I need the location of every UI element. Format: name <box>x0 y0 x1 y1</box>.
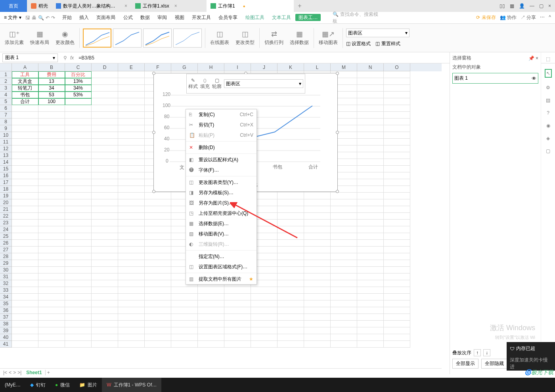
context-menu-item[interactable]: ▦选择数据(E)… <box>186 218 256 229</box>
rail-icon-3[interactable]: ◉ <box>546 123 550 128</box>
change-color-button[interactable]: ◉更改颜色 <box>54 30 76 46</box>
column-headers[interactable]: ABCDEFGHIJKLMNO <box>12 63 442 71</box>
avatar[interactable]: 👤 <box>519 3 525 9</box>
online-chart-button[interactable]: ◫在线图表 <box>209 30 231 46</box>
taskbar-item[interactable]: (MyE… <box>0 378 25 392</box>
more-icon[interactable]: ⋯ <box>540 14 545 21</box>
chart-area-select[interactable]: 图表区▾ <box>346 29 410 37</box>
set-format-button[interactable]: ◫ 设置格式 <box>346 40 371 47</box>
tab-chart-tools[interactable]: 图表工… <box>295 14 321 21</box>
context-menu-item[interactable]: ▥提取文档中所有图片★ <box>186 274 256 284</box>
show-all-button[interactable]: 全部显示 <box>452 359 478 369</box>
close-pane-icon[interactable]: × <box>536 55 538 61</box>
quick-layout-button[interactable]: ▦快速布局 <box>29 30 51 46</box>
context-menu-item[interactable]: ◳上传至稻壳资源中心(Q) <box>186 208 256 218</box>
prev-sheet-icon[interactable]: < <box>9 370 11 375</box>
send-backward-button[interactable]: ↓ <box>483 349 490 356</box>
object-item[interactable]: 图表 1👁 <box>452 73 538 84</box>
select-icon[interactable]: ↖ <box>545 69 552 78</box>
memory-notification[interactable]: 🛡内存已超 深度加速关闭卡慢进 <box>507 342 555 371</box>
context-menu-item[interactable]: ◫设置图表区域格式(F)… <box>186 262 256 272</box>
collapse-ribbon-icon[interactable]: ^ <box>549 14 551 21</box>
context-menu-item[interactable]: ▧移动图表(V)… <box>186 229 256 239</box>
context-menu-item[interactable]: ✂剪切(T)Ctrl+X <box>186 120 256 130</box>
select-all-corner[interactable] <box>0 63 12 71</box>
last-sheet-icon[interactable]: >| <box>17 370 21 375</box>
context-menu-item[interactable]: ◧重设以匹配样式(A) <box>186 155 256 165</box>
menu-button[interactable]: ≡ 文件 ▾ <box>4 14 21 21</box>
close-icon[interactable]: × <box>124 3 127 9</box>
add-sheet-icon[interactable]: + <box>47 370 50 375</box>
minimize-icon[interactable]: — <box>530 3 534 9</box>
context-menu-item[interactable]: ◫更改图表类型(Y)… <box>186 177 256 187</box>
new-tab-button[interactable]: + <box>294 2 306 10</box>
rail-icon-5[interactable]: ▢ <box>546 148 550 154</box>
redo-icon[interactable]: ↷ <box>51 15 55 21</box>
change-type-button[interactable]: ◫更改类型 <box>234 30 256 46</box>
view-switch-icon[interactable]: ▯▯ <box>500 3 505 9</box>
tab-insert[interactable]: 插入 <box>76 15 92 20</box>
fill-button[interactable]: ⬯填充 <box>200 78 210 90</box>
context-menu-item[interactable]: ✕删除(D) <box>186 142 256 153</box>
chart-style-1[interactable] <box>83 29 111 48</box>
bring-forward-button[interactable]: ↑ <box>474 349 481 356</box>
share-button[interactable]: ↗ 分享 <box>521 14 536 21</box>
preview-icon[interactable]: 🔍 <box>38 15 44 21</box>
zoom-icon[interactable]: ⚲ <box>60 55 70 61</box>
eye-icon[interactable]: 👁 <box>532 76 536 81</box>
switch-rowcol-button[interactable]: ⇄切换行列 <box>263 30 285 46</box>
save-icon[interactable]: 🖫 <box>25 15 30 21</box>
select-data-button[interactable]: ▦选择数据 <box>288 30 310 46</box>
tab-text-tools[interactable]: 文本工具 <box>269 15 294 20</box>
close-icon[interactable]: × <box>174 3 177 9</box>
undo-icon[interactable]: ↶ <box>46 15 50 21</box>
settings-icon[interactable]: ⚙ <box>546 85 550 90</box>
style-button[interactable]: ✎样式 <box>188 78 198 90</box>
tab-workbook1[interactable]: 工作簿1 <box>207 0 294 12</box>
help-icon[interactable]: ? <box>547 110 549 116</box>
coop-button[interactable]: 👥 协作 <box>500 14 517 21</box>
tab-review[interactable]: 审阅 <box>154 15 170 20</box>
next-sheet-icon[interactable]: > <box>13 370 16 375</box>
tab-member[interactable]: 会员专享 <box>215 15 241 20</box>
close-window-icon[interactable]: × <box>548 3 551 9</box>
tab-docer[interactable]: 稻壳 <box>27 0 52 12</box>
maximize-icon[interactable]: ▢ <box>539 3 544 9</box>
tab-formula[interactable]: 公式 <box>120 15 136 20</box>
hide-all-button[interactable]: 全部隐藏 <box>481 359 507 369</box>
chart-style-2[interactable] <box>113 29 142 48</box>
tab-doc-math[interactable]: 数学是人类对…象结构与模式× <box>52 0 131 12</box>
outline-button[interactable]: ▢轮廓 <box>212 78 222 90</box>
pin-icon[interactable]: 📌 <box>528 55 534 61</box>
sheet-tab[interactable]: Sheet1 <box>23 370 45 375</box>
tab-data[interactable]: 数据 <box>137 15 153 20</box>
taskbar-wps[interactable]: W工作簿1 - WPS Of… <box>102 378 161 392</box>
tab-dev[interactable]: 开发工具 <box>189 15 214 20</box>
tab-view[interactable]: 视图 <box>172 15 188 20</box>
context-menu-item[interactable]: ◨另存为模板(S)… <box>186 187 256 198</box>
chart-style-4[interactable] <box>173 29 202 48</box>
tab-workbook1-xlsx[interactable]: 工作簿1.xlsx× <box>131 0 207 12</box>
rail-icon-4[interactable]: ◈ <box>546 136 550 141</box>
tab-start[interactable]: 开始 <box>59 15 75 20</box>
context-menu-item[interactable]: 🅣字体(F)… <box>186 165 256 175</box>
move-chart-button[interactable]: ▦↗移动图表 <box>317 30 339 46</box>
rail-icon-2[interactable]: ▤ <box>546 98 550 103</box>
chart-style-3[interactable] <box>143 29 172 48</box>
taskbar-pictures[interactable]: 📁图片 <box>75 378 102 392</box>
context-menu-item[interactable]: ⎘复制(C)Ctrl+C <box>186 109 256 120</box>
tab-layout[interactable]: 页面布局 <box>93 15 119 20</box>
taskbar-wechat[interactable]: ●微信 <box>50 378 75 392</box>
name-box[interactable]: 图表 1▾ <box>2 54 58 62</box>
reset-style-button[interactable]: ◫ 重置样式 <box>375 40 400 47</box>
print-icon[interactable]: 🖶 <box>32 15 36 21</box>
chart-style-gallery[interactable] <box>83 29 202 48</box>
tab-draw-tools[interactable]: 绘图工具 <box>242 15 268 20</box>
context-menu-item[interactable]: 🖾另存为图片(S)… <box>186 198 256 208</box>
add-element-button[interactable]: ◫⁺添加元素 <box>3 30 25 46</box>
tab-home[interactable]: 首页 <box>0 0 27 12</box>
row-headers[interactable]: 1234567891011121314151617181920212223242… <box>0 71 12 348</box>
search-input[interactable]: 🔍 查找命令、搜索模板 <box>333 11 380 25</box>
context-menu-item[interactable]: 指定宏(N)… <box>186 251 256 262</box>
first-sheet-icon[interactable]: |< <box>3 370 7 375</box>
